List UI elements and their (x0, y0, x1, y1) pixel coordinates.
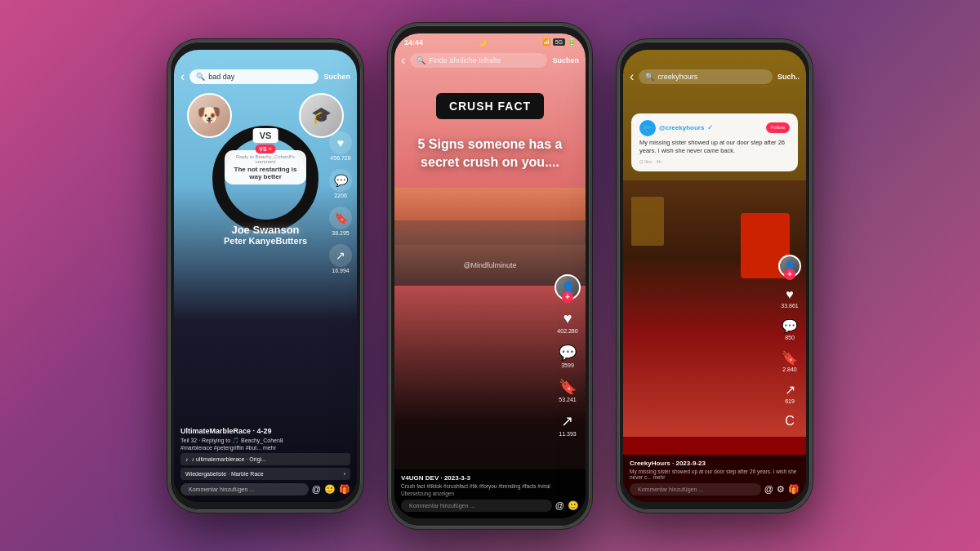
search-text-3: creekyhours (657, 73, 697, 81)
search-bar-3[interactable]: 🔍 creekyhours (639, 69, 773, 84)
phone-2-comment-bar: Kommentar hinzufügen ... @ 🙂 (401, 500, 579, 512)
share-action-2[interactable]: ↗ 11.393 (559, 412, 576, 437)
phone-3-comment-bar: Kommentar hinzufügen ... @ ⚙ 🎁 (630, 483, 800, 495)
phone-1-screen: ‹ 🔍 bad day Suchen 🐶 (174, 50, 357, 502)
crush-main-text: 5 Signs someone has a secret crush on yo… (394, 136, 586, 172)
search-button-1[interactable]: Suchen (323, 73, 350, 81)
follow-plus-3[interactable]: + (784, 269, 795, 280)
comment-action-1[interactable]: 💬 2206 (329, 169, 352, 198)
vs-badge: VS+ (255, 144, 275, 153)
comment-bubble-text: The not restarting is way better (231, 166, 300, 180)
phone-1-content: ‹ 🔍 bad day Suchen 🐶 (174, 50, 357, 502)
share-count-1: 16.994 (332, 268, 349, 273)
comment-icon-3: 💬 (782, 318, 798, 334)
status-bar-2: 14:44 🌙 📶 5G 🔋 (394, 33, 586, 51)
search-button-2[interactable]: Suchen (552, 56, 579, 64)
like-action-2[interactable]: ♥ 402.280 (557, 310, 577, 334)
like-icon-2: ♥ (564, 310, 572, 327)
like-icon-1: ♥ (329, 131, 352, 154)
comment-input-2[interactable]: Kommentar hinzufügen ... (401, 500, 552, 512)
creator-avatar-3[interactable]: 👤 + (778, 255, 801, 278)
bookmark-action-3[interactable]: 🔖 2.840 (782, 350, 798, 372)
back-icon-3[interactable]: ‹ (630, 69, 634, 84)
verified-badge: ✓ (707, 122, 714, 133)
bookmark-icon-2: 🔖 (559, 378, 577, 396)
search-bar-1[interactable]: 🔍 bad day (189, 69, 318, 84)
comment-bubble-title: Reply to Beachy_Cohen8's comment (231, 154, 300, 164)
comment-icon-2: 💬 (559, 344, 577, 362)
phone-2-screen: 14:44 🌙 📶 5G 🔋 ‹ 🔍 Finde ähnliche Inhalt… (394, 33, 586, 518)
comment-action-3[interactable]: 💬 850 (782, 318, 798, 340)
phone-1: ‹ 🔍 bad day Suchen 🐶 (167, 39, 363, 513)
comment-input-3[interactable]: Kommentar hinzufügen ... (630, 483, 761, 495)
phone-3-username: CreekyHours · 2023-9-23 (630, 460, 800, 467)
phone-1-playlist[interactable]: Wiedergabeliste · Marble Race › (180, 468, 350, 480)
share-count-2: 11.393 (559, 431, 576, 437)
at-icon-2[interactable]: @ (555, 500, 564, 510)
comment-icon-1: 💬 (329, 169, 352, 192)
creator-avatar-2[interactable]: 👤 + (555, 274, 581, 300)
side-actions-3: 👤 + ♥ 33.861 💬 850 🔖 2.840 ↗ 619 (778, 255, 801, 429)
back-icon-1[interactable]: ‹ (180, 69, 185, 84)
like-icon-3: ♥ (786, 287, 794, 302)
phone-1-topbar: ‹ 🔍 bad day Suchen (174, 50, 357, 89)
phone-1-hashtags: #marblerace #petergriffin #but... mehr (180, 445, 350, 451)
emoji-icon-3[interactable]: ⚙ (777, 484, 785, 495)
tweet-text: My missing sister showed up at our door … (639, 139, 790, 156)
beach-scene: @Mindfulminute (394, 188, 586, 286)
phone-3-topbar: ‹ 🔍 creekyhours Such.. (623, 50, 806, 89)
phone-2-hashtags: Crush fact #tiktok #crushfact #tik #fory… (401, 483, 579, 489)
phone-1-comment-bar: Kommentar hinzufügen ... @ 🙂 🎁 (180, 483, 350, 495)
gift-icon-1[interactable]: 🎁 (339, 484, 350, 495)
side-actions-1: ♥ 456.728 💬 2206 🔖 38.295 ↗ 16.994 (329, 131, 352, 273)
at-icon-3[interactable]: @ (764, 484, 773, 494)
comment-input-1[interactable]: Kommentar hinzufügen ... (180, 483, 309, 495)
search-button-3[interactable]: Such.. (777, 73, 800, 81)
like-count-3: 33.861 (781, 303, 798, 309)
like-action-1[interactable]: ♥ 456.728 (329, 131, 352, 161)
crush-content: CRUSH FACT 5 Signs someone has a secret … (394, 73, 586, 180)
more-icon-3: C (785, 414, 795, 429)
share-icon-3: ↗ (785, 382, 795, 398)
follow-plus-2[interactable]: + (562, 291, 573, 303)
search-icon-2: 🔍 (416, 56, 425, 64)
comment-action-2[interactable]: 💬 3599 (559, 344, 577, 368)
like-action-3[interactable]: ♥ 33.861 (781, 287, 798, 309)
bookmark-action-1[interactable]: 🔖 38.295 (329, 207, 352, 236)
phone-2-username: V4UGN DEV · 2023-3-3 (401, 474, 579, 482)
search-bar-2[interactable]: 🔍 Finde ähnliche Inhalte (410, 53, 547, 68)
tweet-username: @creekyhours (659, 123, 704, 132)
search-icon-1: 🔍 (196, 73, 205, 81)
side-actions-2: 👤 + ♥ 402.280 💬 3599 🔖 53.241 ↗ 11. (555, 274, 581, 437)
tweet-meta: Q like · 4h (639, 158, 790, 165)
phone-2-translation[interactable]: Übersetzung anzeigen (401, 491, 579, 496)
avatar-circle-left: 🐶 (187, 93, 232, 138)
tweet-card: 🐦 @creekyhours ✓ Follow My missing siste… (631, 113, 798, 171)
share-icon-1: ↗ (329, 244, 352, 267)
crush-fact-badge: CRUSH FACT (436, 93, 544, 119)
vs-name1: Joe Swanson (224, 224, 307, 236)
avatar-left: 🐶 (187, 93, 232, 138)
status-icons-2: 📶 5G 🔋 (542, 38, 576, 46)
back-icon-2[interactable]: ‹ (401, 53, 405, 68)
emoji-icon-1[interactable]: 🙂 (324, 484, 336, 495)
at-icon-1[interactable]: @ (312, 484, 321, 494)
share-action-1[interactable]: ↗ 16.994 (329, 244, 352, 273)
more-action-3[interactable]: C (785, 414, 795, 429)
like-count-1: 456.728 (330, 155, 350, 161)
phone-3-content: ‹ 🔍 creekyhours Such.. 🐦 @creekyhours ✓ … (623, 50, 806, 502)
share-action-3[interactable]: ↗ 619 (785, 382, 795, 404)
phone-3: ‹ 🔍 creekyhours Such.. 🐦 @creekyhours ✓ … (617, 39, 813, 513)
search-text-1: bad day (208, 73, 234, 81)
bookmark-action-2[interactable]: 🔖 53.241 (559, 378, 577, 402)
phone-2-bottom: V4UGN DEV · 2023-3-3 Crush fact #tiktok … (394, 469, 586, 518)
moon-icon-2: 🌙 (478, 38, 487, 47)
phone-1-username: UltimateMarbleRace · 4-29 (180, 425, 350, 437)
phone-3-desc: My missing sister showed up at our door … (630, 469, 800, 480)
gift-icon-3[interactable]: 🎁 (788, 484, 800, 495)
search-text-2: Finde ähnliche Inhalte (429, 56, 501, 64)
phone-3-screen: ‹ 🔍 creekyhours Such.. 🐦 @creekyhours ✓ … (623, 50, 806, 502)
emoji-icon-2[interactable]: 🙂 (568, 500, 579, 511)
follow-button-3[interactable]: Follow (766, 122, 790, 132)
comment-bubble: Reply to Beachy_Cohen8's comment The not… (225, 150, 306, 184)
